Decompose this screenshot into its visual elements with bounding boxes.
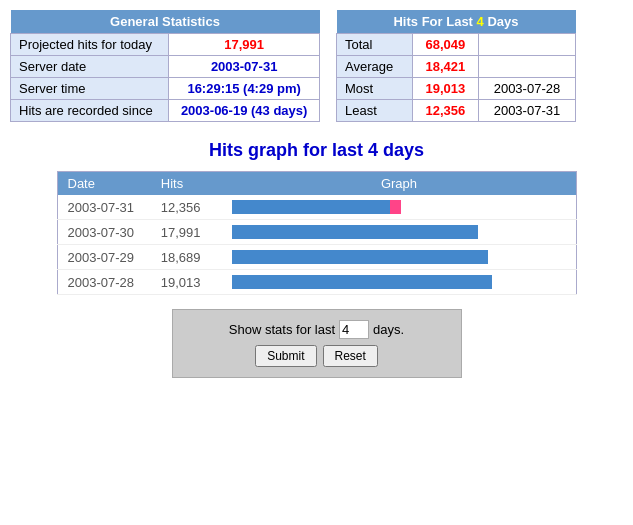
bar-container [232, 224, 532, 240]
table-row: Average18,421 [337, 56, 576, 78]
stat-value: 19,013 [412, 78, 478, 100]
table-row: 2003-07-2918,689 [57, 245, 576, 270]
table-row: Server time16:29:15 (4:29 pm) [11, 78, 320, 100]
stat-label: Projected hits for today [11, 34, 169, 56]
stat-date: 2003-07-31 [478, 100, 575, 122]
submit-label-after: days. [373, 322, 404, 337]
pink-bar [390, 200, 401, 214]
graph-hits: 17,991 [151, 220, 223, 245]
graph-table: DateHitsGraph 2003-07-3112,3562003-07-30… [57, 171, 577, 295]
table-row: 2003-07-3017,991 [57, 220, 576, 245]
stat-label: Total [337, 34, 413, 56]
bar-container [232, 249, 532, 265]
table-row: 2003-07-2819,013 [57, 270, 576, 295]
table-row: Most19,0132003-07-28 [337, 78, 576, 100]
hits-last-title-num: 4 [477, 14, 484, 29]
general-stats-table: General Statistics Projected hits for to… [10, 10, 320, 122]
general-stats-title: General Statistics [11, 10, 320, 34]
table-row: Server date2003-07-31 [11, 56, 320, 78]
stat-label: Hits are recorded since [11, 100, 169, 122]
reset-button[interactable]: Reset [323, 345, 378, 367]
stat-label: Average [337, 56, 413, 78]
stat-value: 2003-07-31 [169, 56, 320, 78]
graph-title: Hits graph for last 4 days [10, 140, 623, 161]
stat-value: 18,421 [412, 56, 478, 78]
button-row: Submit Reset [189, 345, 445, 367]
graph-date: 2003-07-28 [57, 270, 151, 295]
graph-date: 2003-07-31 [57, 195, 151, 220]
graph-bar-cell [222, 195, 576, 220]
table-row: Least12,3562003-07-31 [337, 100, 576, 122]
days-input[interactable] [339, 320, 369, 339]
submit-label-before: Show stats for last [229, 322, 335, 337]
top-section: General Statistics Projected hits for to… [10, 10, 623, 122]
table-row: 2003-07-3112,356 [57, 195, 576, 220]
stat-date-empty [478, 34, 575, 56]
stat-label: Most [337, 78, 413, 100]
bar-container [232, 274, 532, 290]
stat-value: 16:29:15 (4:29 pm) [169, 78, 320, 100]
graph-bar-cell [222, 245, 576, 270]
stat-label: Server time [11, 78, 169, 100]
bar-container [232, 199, 532, 215]
hits-last-table: Hits For Last 4 Days Total68,049Average1… [336, 10, 576, 122]
graph-col-header: Graph [222, 172, 576, 196]
stat-label: Least [337, 100, 413, 122]
blue-bar [232, 275, 492, 289]
graph-col-header: Date [57, 172, 151, 196]
hits-last-title-prefix: Hits For Last [393, 14, 476, 29]
stat-value: 12,356 [412, 100, 478, 122]
submit-button[interactable]: Submit [255, 345, 316, 367]
stat-value: 17,991 [169, 34, 320, 56]
graph-date: 2003-07-29 [57, 245, 151, 270]
graph-hits: 18,689 [151, 245, 223, 270]
graph-col-header: Hits [151, 172, 223, 196]
hits-last-title: Hits For Last 4 Days [337, 10, 576, 34]
hits-last-title-suffix: Days [484, 14, 519, 29]
stat-label: Server date [11, 56, 169, 78]
graph-hits: 19,013 [151, 270, 223, 295]
stat-date: 2003-07-28 [478, 78, 575, 100]
table-row: Projected hits for today17,991 [11, 34, 320, 56]
graph-section: Hits graph for last 4 days DateHitsGraph… [10, 140, 623, 295]
blue-bar [232, 250, 488, 264]
table-row: Hits are recorded since2003-06-19 (43 da… [11, 100, 320, 122]
submit-row: Show stats for last days. [189, 320, 445, 339]
blue-bar [232, 225, 478, 239]
graph-bar-cell [222, 220, 576, 245]
stat-date-empty [478, 56, 575, 78]
graph-bar-cell [222, 270, 576, 295]
stat-value: 2003-06-19 (43 days) [169, 100, 320, 122]
table-row: Total68,049 [337, 34, 576, 56]
graph-date: 2003-07-30 [57, 220, 151, 245]
graph-hits: 12,356 [151, 195, 223, 220]
submit-section: Show stats for last days. Submit Reset [172, 309, 462, 378]
blue-bar [232, 200, 390, 214]
stat-value: 68,049 [412, 34, 478, 56]
